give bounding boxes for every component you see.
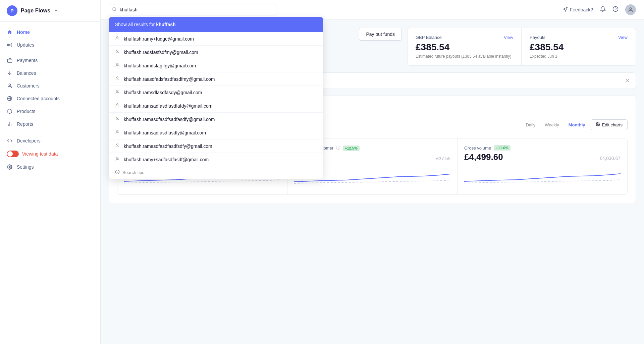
sidebar-item-payments-label: Payments [17,58,38,63]
edit-charts-button[interactable]: Edit charts [591,119,628,130]
view-daily-button[interactable]: Daily [522,120,539,130]
payouts-amount: £385.54 [530,42,628,53]
dropdown-result-item[interactable]: khuffash.raasdfadsfasdfasdfmy@gmail.com [109,72,323,85]
user-icon [115,103,120,109]
toggle-pill-icon [7,151,19,157]
svg-rect-1 [7,59,12,62]
sidebar-item-home-label: Home [17,30,30,35]
balance-cards: GBP Balance View £385.54 Estimated futur… [407,28,636,66]
sidebar-item-balances[interactable]: Balances [0,67,100,79]
user-icon [115,143,120,149]
chart-compare-value: £37.55 [436,156,450,161]
topbar: Show all results for khuffash khuffash.r… [101,0,644,20]
sidebar-item-products-label: Products [17,109,35,114]
logo-icon: P [7,5,17,16]
radio-icon [7,42,13,48]
gbp-balance-view-link[interactable]: View [504,35,513,40]
info-icon[interactable]: ⓘ [336,145,340,151]
svg-point-19 [117,130,118,132]
sidebar-item-customers[interactable]: Customers [0,79,100,92]
dropdown-result-item[interactable]: khuffash.ramy+sadfasdfasdf@gmail.com [109,153,323,166]
payouts-sub: Expected Jun 1 [530,54,628,59]
gbp-balance-amount: £385.54 [416,42,513,53]
user-icon [115,157,120,162]
sidebar-item-customers-label: Customers [17,83,40,89]
pay-out-funds-button[interactable]: Pay out funds [359,28,402,41]
search-dropdown: Show all results for khuffash khuffash.r… [109,17,323,179]
svg-point-33 [597,124,598,125]
chart-compare-value: £4,030.67 [600,156,621,161]
sidebar-item-settings[interactable]: Settings [0,161,100,173]
sidebar-item-payments[interactable]: Payments [0,54,100,67]
dropdown-result-item[interactable]: khuffash.ramdsfagffgy@gmail.com [109,59,323,72]
topbar-right: Feedback? [562,4,636,15]
dropdown-result-item[interactable]: khuffash.ramsadfasdfasdfafdy@gmail.com [109,99,323,112]
sidebar-item-connected[interactable]: Connected accounts [0,92,100,105]
person-icon [7,83,13,89]
svg-point-20 [117,144,118,146]
view-weekly-button[interactable]: Weekly [541,120,563,130]
user-icon [115,76,120,82]
search-icon [112,7,117,13]
gbp-balance-card: GBP Balance View £385.54 Estimated futur… [408,28,522,65]
result-email: khuffash.ramsadfasdfasdfy@gmail.com [124,130,206,135]
arrow-down-icon [7,70,13,76]
sidebar-item-updates[interactable]: Updates [0,39,100,51]
gear-icon [7,164,13,170]
gear-small-icon [596,122,600,127]
dropdown-result-item[interactable]: khuffash.ramasdfasdfsadfasdfy@gmail.com [109,112,323,126]
viewing-test-label: Viewing test data [22,151,58,157]
view-toggle: Daily Weekly Monthly Edit charts [522,119,628,130]
sidebar-logo[interactable]: P Page Flows ▾ [0,0,100,22]
user-icon [115,49,120,55]
help-icon[interactable] [612,6,619,14]
dropdown-result-item[interactable]: khuffash.ramsadfasdfasdfy@gmail.com [109,126,323,139]
sidebar-nav: Home Updates Payments Balances Custom [0,22,100,177]
sidebar-item-home[interactable]: Home [0,26,100,39]
notice-close-button[interactable]: ✕ [625,77,630,84]
notification-bell-icon[interactable] [600,6,606,14]
dropdown-result-item[interactable]: khuffash.radsfasfsdfmy@gmail.com [109,45,323,59]
svg-point-3 [9,84,10,85]
chart-card-title: Gross volume [464,146,491,151]
svg-point-18 [117,117,118,119]
avatar[interactable] [625,4,636,15]
view-monthly-button[interactable]: Monthly [565,120,589,130]
briefcase-icon [7,57,13,63]
dropdown-result-item[interactable]: khuffash.ramy+fudge@gmail.com [109,32,323,45]
search-query: khuffash [156,22,175,27]
svg-point-13 [117,50,118,52]
megaphone-icon [562,7,568,13]
show-all-prefix: Show all results for [115,22,156,27]
result-email: khuffash.raasdfadsfasdfasdfmy@gmail.com [124,76,215,82]
dropdown-result-item[interactable]: khuffash.ramsdfasdfasdy@gmail.com [109,85,323,99]
bar-chart-icon [7,121,13,127]
dropdown-result-item[interactable]: khuffash.ramasdfasdfasdfsdfy@gmail.com [109,139,323,153]
svg-point-15 [117,77,118,78]
svg-point-10 [113,7,116,10]
sidebar-item-products[interactable]: Products [0,105,100,118]
viewing-test-data-toggle[interactable]: Viewing test data [0,147,100,161]
sidebar-item-reports-label: Reports [17,121,33,127]
search-tips-btn[interactable]: Search tips [109,166,323,179]
user-icon [115,130,120,135]
chart-card-badge: +11.6% [494,145,511,151]
payouts-view-link[interactable]: View [618,35,628,40]
user-icon [115,116,120,122]
globe-icon [7,96,13,102]
user-icon [115,36,120,42]
code-icon [7,138,13,144]
feedback-label: Feedback? [570,7,593,12]
feedback-button[interactable]: Feedback? [562,7,593,13]
sidebar-item-reports[interactable]: Reports [0,118,100,130]
show-all-results-btn[interactable]: Show all results for khuffash [109,17,323,32]
chart-svg [464,166,621,186]
sidebar: P Page Flows ▾ Home Updates Payments [0,0,101,344]
info-circle-icon [115,170,120,175]
edit-charts-label: Edit charts [602,122,623,127]
search-input[interactable] [109,4,276,15]
chart-card-badge: +12.5% [343,146,360,151]
result-email: khuffash.ramy+sadfasdfasdf@gmail.com [124,157,209,162]
sidebar-item-developers[interactable]: Developers [0,134,100,147]
sidebar-item-balances-label: Balances [17,70,36,76]
